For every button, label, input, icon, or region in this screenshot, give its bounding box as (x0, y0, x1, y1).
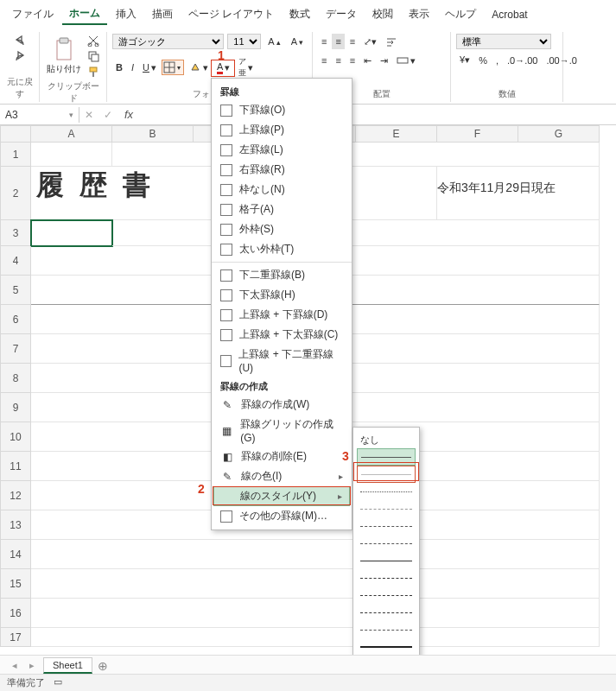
border-bottom-double-item[interactable]: 下二重罫線(B) (212, 265, 352, 285)
col-header-a[interactable]: A (31, 125, 112, 143)
cell[interactable] (31, 628, 600, 647)
phonetic-button[interactable]: ア亜▾ (235, 54, 257, 80)
add-sheet-button[interactable]: ⊕ (98, 659, 108, 673)
select-all-cell[interactable] (0, 125, 31, 143)
copy-icon[interactable] (86, 49, 100, 63)
cell[interactable] (112, 143, 600, 167)
decrease-font-icon[interactable]: A▾ (288, 35, 307, 48)
col-header-g[interactable]: G (518, 125, 600, 143)
tab-scroll-right-icon[interactable]: ▸ (26, 660, 38, 671)
border-none-item[interactable]: 枠なし(N) (212, 180, 352, 200)
align-right-icon[interactable]: ≡ (346, 53, 359, 68)
percent-icon[interactable]: % (475, 53, 491, 67)
border-top-bottom-item[interactable]: 上罫線 + 下罫線(D) (212, 305, 352, 325)
decrease-decimal-icon[interactable]: .00→.0 (543, 53, 580, 67)
sheet-tab-1[interactable]: Sheet1 (43, 657, 92, 674)
border-top-double-bottom-item[interactable]: 上罫線 + 下二重罫線(U) (212, 345, 352, 377)
line-style-thin[interactable] (357, 448, 416, 466)
menu-acrobat[interactable]: Acrobat (485, 6, 534, 23)
row-header-2[interactable]: 2 (0, 167, 31, 220)
fx-icon[interactable]: fx (117, 108, 140, 121)
align-bottom-icon[interactable]: ≡ (346, 34, 359, 49)
cell[interactable] (31, 143, 112, 167)
row-header-9[interactable]: 9 (0, 393, 31, 422)
row-header-3[interactable]: 3 (0, 220, 31, 246)
border-thick-outside-item[interactable]: 太い外枠(T) (212, 239, 352, 259)
font-name-select[interactable]: 游ゴシック (112, 34, 224, 49)
cell[interactable] (31, 599, 600, 628)
paste-button[interactable]: 貼り付け (45, 35, 83, 77)
row-header-17[interactable]: 17 (0, 628, 31, 647)
col-header-b[interactable]: B (112, 125, 194, 143)
menu-formulas[interactable]: 数式 (283, 4, 317, 24)
border-bottom-thick-item[interactable]: 下太罫線(H) (212, 285, 352, 305)
line-color-item[interactable]: ✎線の色(I)▸ (212, 466, 352, 486)
menu-help[interactable]: ヘルプ (438, 4, 483, 24)
undo-icon[interactable] (13, 34, 27, 48)
menu-layout[interactable]: ページ レイアウト (181, 4, 281, 24)
currency-icon[interactable]: ¥▾ (456, 53, 473, 67)
wrap-text-icon[interactable] (382, 34, 401, 49)
menu-data[interactable]: データ (319, 4, 364, 24)
tab-scroll-left-icon[interactable]: ◂ (9, 660, 21, 671)
row-header-6[interactable]: 6 (0, 305, 31, 334)
cell[interactable] (31, 540, 600, 569)
comma-icon[interactable]: , (492, 53, 502, 67)
redo-icon[interactable] (13, 49, 27, 63)
menu-file[interactable]: ファイル (5, 4, 60, 24)
line-style-medium[interactable] (357, 552, 416, 569)
row-header-5[interactable]: 5 (0, 276, 31, 305)
line-style-dotted[interactable] (357, 483, 416, 500)
menu-review[interactable]: 校閲 (365, 4, 400, 24)
align-top-icon[interactable]: ≡ (318, 34, 330, 49)
line-style-none[interactable]: なし (357, 431, 416, 448)
line-style-dash-dot[interactable] (357, 517, 416, 535)
border-right-item[interactable]: 右罫線(R) (212, 160, 352, 180)
cell[interactable] (112, 220, 600, 246)
menu-insert[interactable]: 挿入 (109, 4, 143, 24)
row-header-10[interactable]: 10 (0, 422, 31, 452)
row-header-8[interactable]: 8 (0, 364, 31, 393)
menu-view[interactable]: 表示 (402, 4, 436, 24)
draw-border-grid-item[interactable]: ▦罫線グリッドの作成(G) (212, 415, 352, 447)
menu-home[interactable]: ホーム (62, 3, 107, 25)
line-style-thick[interactable] (357, 638, 416, 656)
indent-increase-icon[interactable]: ⇥ (377, 53, 391, 68)
border-outside-item[interactable]: 外枠(S) (212, 219, 352, 239)
merge-cells-icon[interactable]: ▾ (393, 53, 419, 68)
line-style-medium-dashed[interactable] (357, 569, 416, 586)
indent-decrease-icon[interactable]: ⇤ (360, 53, 375, 68)
cell-date[interactable]: 令和3年11月29日現在 (437, 167, 600, 220)
draw-border-item[interactable]: ✎罫線の作成(W) (212, 395, 352, 415)
col-header-e[interactable]: E (356, 125, 437, 143)
orientation-icon[interactable]: ⤢▾ (360, 34, 380, 49)
borders-dropdown-button[interactable]: ▾ (162, 60, 184, 75)
cell[interactable] (31, 569, 600, 599)
underline-button[interactable]: U ▾ (139, 60, 160, 75)
cell-a3-selected[interactable] (31, 220, 112, 246)
border-left-item[interactable]: 左罫線(L) (212, 140, 352, 160)
increase-decimal-icon[interactable]: .0→.00 (504, 53, 541, 67)
col-header-f[interactable]: F (437, 125, 518, 143)
row-header-15[interactable]: 15 (0, 569, 31, 599)
erase-border-item[interactable]: ◧罫線の削除(E) (212, 447, 352, 466)
row-header-7[interactable]: 7 (0, 334, 31, 364)
line-style-dash-dot-dot[interactable] (357, 535, 416, 552)
border-all-item[interactable]: 格子(A) (212, 200, 352, 219)
row-header-16[interactable]: 16 (0, 599, 31, 628)
italic-button[interactable]: I (128, 60, 137, 74)
row-header-14[interactable]: 14 (0, 540, 31, 569)
more-borders-item[interactable]: その他の罫線(M)… (212, 506, 352, 526)
border-top-thick-bottom-item[interactable]: 上罫線 + 下太罫線(C) (212, 325, 352, 345)
border-bottom-item[interactable]: 下罫線(O) (212, 100, 352, 120)
border-top-item[interactable]: 上罫線(P) (212, 120, 352, 140)
font-size-select[interactable]: 11 (227, 34, 261, 49)
bold-button[interactable]: B (112, 60, 126, 74)
line-style-hair[interactable] (357, 466, 416, 483)
align-left-icon[interactable]: ≡ (318, 53, 330, 68)
name-box[interactable]: A3 ▾ (0, 107, 79, 123)
row-header-1[interactable]: 1 (0, 143, 31, 167)
row-header-4[interactable]: 4 (0, 246, 31, 276)
cancel-formula-icon[interactable]: ✕ (79, 109, 98, 121)
line-style-slanted[interactable] (357, 621, 416, 638)
